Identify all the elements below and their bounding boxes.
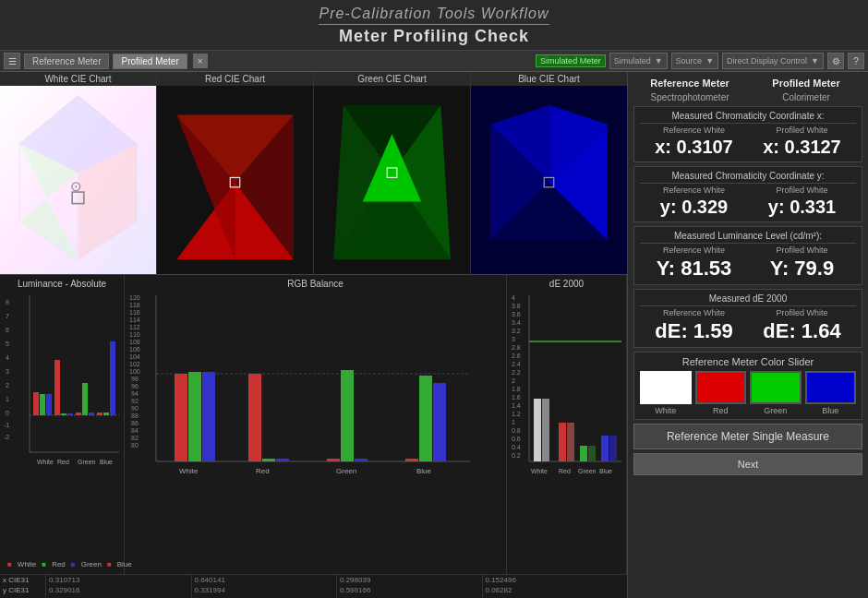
right-panel: Reference Meter Profiled Meter Spectroph… [628,72,868,598]
svg-text:100: 100 [129,368,140,375]
settings-btn[interactable]: ⚙ [827,53,844,69]
svg-text:Red: Red [57,459,69,465]
svg-rect-82 [188,372,201,461]
svg-rect-51 [110,341,115,415]
luminance-label: Measured Luminance Level (cd/m²): [640,231,856,244]
swatch-blue[interactable]: Blue [805,371,857,415]
cie-charts-row: White CIE Chart [0,72,627,275]
chrom-x-values: x: 0.3107 x: 0.3127 [640,137,856,158]
chrom-x-sub2: Profiled White [748,126,856,135]
svg-text:92: 92 [131,398,139,404]
svg-rect-48 [89,413,94,415]
svg-text:White: White [179,467,199,475]
svg-text:3.8: 3.8 [512,303,521,309]
svg-text:8: 8 [6,299,9,305]
tab-profiled-meter[interactable]: Profiled Meter [113,54,187,69]
swatch-green[interactable]: Green [750,371,802,415]
blue-cie-chart: Blue CIE Chart [471,72,627,274]
de-svg: 4 3.8 3.6 3.4 3.2 3 2.8 2.6 2.4 2.2 2 1.… [511,291,622,570]
chrom-y-sub1: Reference White [640,185,748,195]
svg-text:1: 1 [512,419,515,425]
de2000-subs: Reference White Profiled White [640,308,856,317]
svg-rect-126 [601,436,609,461]
chrom-x-sub1: Reference White [640,126,748,135]
rgb-svg: 120 118 116 114 112 110 108 106 104 102 … [128,291,502,570]
svg-text:Blue: Blue [416,467,432,475]
swatch-red[interactable]: Red [695,371,747,415]
ref-meter-header: Reference Meter [633,78,746,89]
svg-text:2: 2 [512,377,515,384]
svg-text:0.4: 0.4 [512,444,521,450]
svg-text:2.2: 2.2 [512,369,521,376]
simulated-dropdown[interactable]: Simulated ▼ [609,53,668,69]
svg-text:6: 6 [6,327,9,333]
left-panel: White CIE Chart [0,72,628,598]
header-title1: Pre-Calibration Tools Workflow [319,6,549,25]
svg-text:1.2: 1.2 [512,411,521,417]
swatch-green-label: Green [764,406,787,415]
swatch-white[interactable]: White [640,371,692,415]
swatch-white-label: White [655,406,676,415]
simulated-meter-label: Simulated Meter [536,54,606,67]
close-tab-btn[interactable]: × [193,54,208,68]
svg-text:Blue: Blue [100,459,113,465]
de2000-section: Measured dE 2000 Reference White Profile… [633,289,862,348]
svg-text:Blue: Blue [599,468,612,474]
direct-display-dropdown[interactable]: Direct Display Control ▼ [722,53,824,69]
svg-text:1.8: 1.8 [512,386,521,392]
luminance-title: Luminance - Absolute [4,279,120,289]
source-dropdown[interactable]: Source ▼ [671,53,718,69]
row1-blue: 0.152496 [483,575,628,585]
measure-btn[interactable]: Reference Meter Single Measure [633,424,862,449]
svg-text:88: 88 [131,413,139,419]
svg-text:96: 96 [131,383,139,389]
color-slider-title: Reference Meter Color Slider [640,356,856,367]
blue-cie-content [471,86,627,274]
tab-reference-meter[interactable]: Reference Meter [24,54,109,69]
svg-text:0.2: 0.2 [512,452,521,459]
svg-rect-92 [433,383,446,461]
svg-text:Green: Green [78,459,96,465]
de2000-val2: dE: 1.64 [748,319,856,343]
svg-text:86: 86 [131,420,139,426]
svg-text:3.2: 3.2 [512,328,521,334]
de2000-label: Measured dE 2000 [640,293,856,306]
svg-text:112: 112 [129,324,140,330]
svg-rect-123 [567,423,574,461]
svg-text:Red: Red [256,467,270,475]
chrom-y-subs: Reference White Profiled White [640,185,856,195]
de-panel: dE 2000 4 3.8 3.6 3.4 3.2 3 2.8 2.6 2.4 … [507,275,627,574]
red-cie-title: Red CIE Chart [157,72,313,86]
swatch-green-box[interactable] [750,371,802,404]
luminance-val2: Y: 79.9 [748,257,856,281]
chrom-x-label: Measured Chromaticity Coordinate x: [640,111,856,124]
color-swatches: White Red Green Blue [640,371,856,415]
help-btn[interactable]: ? [848,53,864,69]
svg-text:110: 110 [129,331,140,338]
svg-text:Red: Red [559,468,571,474]
swatch-white-box[interactable] [640,371,692,404]
svg-text:108: 108 [129,339,140,345]
luminance-sub1: Reference White [640,245,748,255]
prof-meter-header: Profiled Meter [750,78,862,89]
luminance-section: Measured Luminance Level (cd/m²): Refere… [633,226,862,285]
svg-text:82: 82 [131,435,139,441]
luminance-svg: 8 7 6 5 4 3 2 1 0 -1 -2 [4,291,120,558]
swatch-blue-box[interactable] [805,371,857,404]
red-cie-content [157,86,313,274]
color-slider-section: Reference Meter Color Slider White Red G… [633,352,862,420]
svg-text:114: 114 [129,317,140,323]
de2000-val1: dE: 1.59 [640,319,748,343]
menu-btn[interactable]: ☰ [4,53,20,69]
row1-red: 0.640141 [192,575,338,585]
de2000-sub1: Reference White [640,308,748,317]
svg-rect-47 [82,383,88,415]
svg-rect-41 [40,394,45,415]
next-btn[interactable]: Next [633,453,862,475]
svg-rect-125 [588,446,596,461]
swatch-red-box[interactable] [695,371,747,404]
chrom-y-val2: y: 0.331 [748,197,856,218]
svg-text:1.6: 1.6 [512,394,521,401]
svg-text:2.4: 2.4 [512,361,521,367]
prof-meter-type: Colorimeter [750,92,862,102]
